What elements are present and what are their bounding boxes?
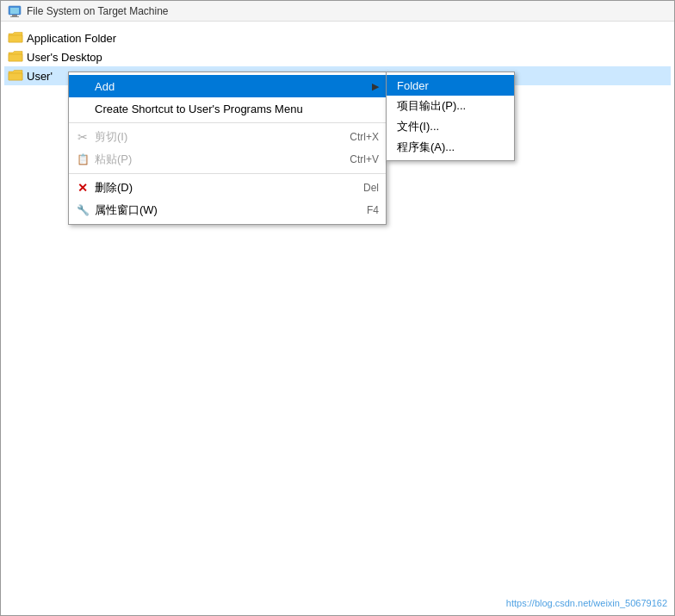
folder-icon-1 — [8, 31, 23, 45]
submenu-arrow-icon: ▶ — [372, 81, 379, 92]
tree-item-label-1: Application Folder — [27, 32, 116, 45]
cut-icon: ✂ — [76, 130, 90, 144]
submenu-item-folder[interactable]: Folder — [387, 75, 514, 96]
main-window: File System on Target Machine Applicatio… — [0, 0, 675, 616]
title-bar: File System on Target Machine — [1, 1, 674, 22]
cut-label: 剪切(I) — [95, 129, 332, 145]
submenu-item-assembly[interactable]: 程序集(A)... — [387, 137, 514, 158]
create-shortcut-label: Create Shortcut to User's Programs Menu — [95, 103, 379, 115]
context-menu-item-delete[interactable]: ✕ 删除(D) Del — [69, 177, 386, 199]
submenu-item-project-output[interactable]: 项目输出(P)... — [387, 96, 514, 116]
context-menu-item-add[interactable]: Add ▶ — [69, 75, 386, 97]
watermark-text: https://blog.csdn.net/weixin_50679162 — [506, 598, 667, 608]
delete-icon: ✕ — [76, 181, 90, 195]
properties-icon: 🔧 — [76, 203, 90, 217]
folder-icon-3 — [8, 69, 23, 83]
svg-rect-2 — [12, 15, 17, 16]
paste-icon: 📋 — [76, 152, 90, 166]
delete-shortcut: Del — [363, 182, 379, 194]
tree-item-label-3: User' — [27, 70, 53, 83]
tree-item-users-desktop[interactable]: User's Desktop — [4, 47, 671, 66]
submenu-file-label: 文件(I)... — [397, 119, 439, 134]
submenu-item-file[interactable]: 文件(I)... — [387, 116, 514, 137]
context-menu-item-cut: ✂ 剪切(I) Ctrl+X — [69, 126, 386, 148]
submenu-assembly-label: 程序集(A)... — [397, 140, 455, 155]
content-area: Application Folder User's Desktop User' — [1, 22, 674, 615]
watermark: https://blog.csdn.net/weixin_50679162 — [506, 598, 667, 608]
svg-rect-1 — [10, 8, 19, 14]
separator-2 — [69, 173, 386, 174]
context-menu-item-paste: 📋 粘贴(P) Ctrl+V — [69, 148, 386, 171]
submenu-folder-label: Folder — [397, 79, 429, 92]
delete-label: 删除(D) — [95, 180, 346, 196]
window-icon — [8, 4, 22, 18]
window-title: File System on Target Machine — [27, 5, 169, 17]
context-menu: Add ▶ Folder 项目输出(P)... 文件(I)... 程序集( — [68, 72, 387, 225]
paste-label: 粘贴(P) — [95, 152, 332, 167]
submenu: Folder 项目输出(P)... 文件(I)... 程序集(A)... — [386, 72, 515, 161]
folder-icon-2 — [8, 50, 23, 64]
context-menu-item-create-shortcut[interactable]: Create Shortcut to User's Programs Menu — [69, 97, 386, 120]
add-label: Add — [95, 80, 368, 93]
paste-shortcut: Ctrl+V — [350, 153, 379, 165]
separator-1 — [69, 122, 386, 123]
context-menu-item-properties[interactable]: 🔧 属性窗口(W) F4 — [69, 199, 386, 221]
cut-shortcut: Ctrl+X — [350, 131, 379, 143]
submenu-project-output-label: 项目输出(P)... — [397, 98, 466, 114]
context-menu-add-container: Add ▶ Folder 项目输出(P)... 文件(I)... 程序集( — [69, 75, 386, 97]
tree-item-application-folder[interactable]: Application Folder — [4, 28, 671, 47]
properties-label: 属性窗口(W) — [95, 202, 350, 218]
properties-shortcut: F4 — [367, 204, 379, 216]
svg-rect-3 — [10, 16, 19, 17]
tree-item-label-2: User's Desktop — [27, 51, 102, 64]
